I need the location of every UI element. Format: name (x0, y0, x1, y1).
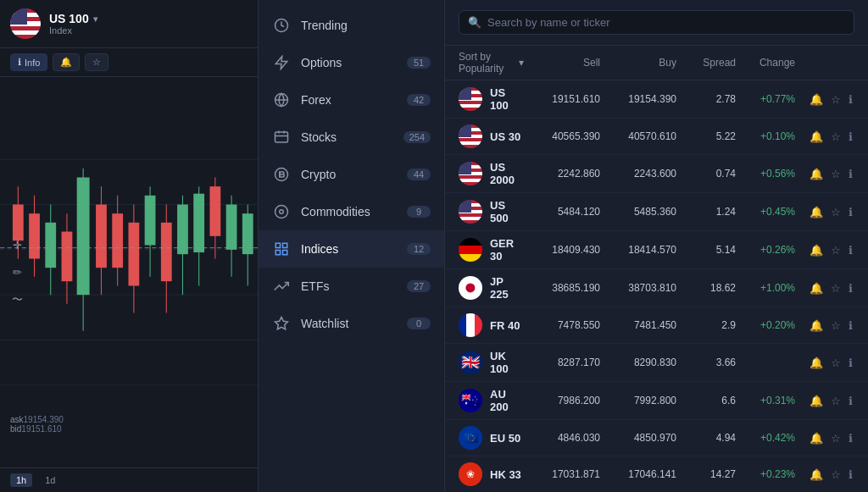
favorite-icon[interactable]: ☆ (829, 242, 843, 258)
asset-name[interactable]: US 100 ▾ (49, 12, 248, 25)
chevron-down-icon[interactable]: ▾ (93, 14, 97, 24)
menu-item-forex[interactable]: Forex 42 (259, 81, 444, 119)
draw-tool[interactable]: ✏ (7, 263, 27, 283)
menu-item-options[interactable]: Options 51 (259, 44, 444, 81)
instrument-actions: 🔔 ☆ ℹ (795, 242, 854, 258)
timeframe-1h[interactable]: 1h (10, 473, 32, 487)
favorite-icon[interactable]: ☆ (829, 91, 843, 108)
instrument-row[interactable]: US 30 40565.390 40570.610 5.22 +0.10% 🔔 … (445, 119, 868, 155)
alert-icon[interactable]: 🔔 (808, 129, 825, 145)
instrument-sell: 40565.390 (524, 130, 600, 142)
instrument-actions: 🔔 ☆ ℹ (795, 355, 854, 371)
info-icon: ℹ (18, 57, 21, 68)
info-icon[interactable]: ℹ (847, 318, 854, 334)
menu-badge-crypto: 44 (407, 169, 431, 180)
favorite-icon[interactable]: ☆ (829, 430, 843, 446)
alert-icon[interactable]: 🔔 (808, 393, 825, 409)
search-input-wrapper: 🔍 (459, 10, 854, 35)
info-icon[interactable]: ℹ (847, 393, 854, 409)
wave-tool[interactable]: 〜 (7, 290, 27, 310)
instrument-buy: 2243.600 (600, 168, 676, 180)
instrument-sell: 38685.190 (524, 282, 600, 294)
favorite-icon[interactable]: ☆ (829, 355, 843, 371)
alert-icon[interactable]: 🔔 (808, 430, 825, 446)
favorite-icon[interactable]: ☆ (829, 204, 843, 220)
info-icon[interactable]: ℹ (847, 467, 854, 483)
instrument-row[interactable]: 🇦🇺 AU 200 7986.200 7992.800 6.6 +0.31% 🔔… (445, 382, 868, 420)
search-input[interactable] (487, 16, 845, 29)
instrument-spread: 6.6 (676, 395, 736, 406)
alert-button[interactable]: 🔔 (53, 53, 80, 71)
instrument-row[interactable]: 🇬🇧 UK 100 8287.170 8290.830 3.66 🔔 ☆ ℹ (445, 344, 868, 382)
svg-rect-49 (275, 243, 280, 247)
info-icon[interactable]: ℹ (847, 204, 854, 220)
menu-item-etfs[interactable]: ETFs 27 (259, 268, 444, 305)
instrument-name: US 500 (490, 199, 524, 224)
alert-icon[interactable]: 🔔 (808, 204, 825, 220)
menu-item-stocks[interactable]: Stocks 254 (259, 119, 444, 156)
timeframe-1d[interactable]: 1d (39, 473, 61, 487)
instrument-row[interactable]: US 2000 2242.860 2243.600 0.74 +0.56% 🔔 … (445, 155, 868, 193)
info-icon[interactable]: ℹ (847, 430, 854, 446)
favorite-icon[interactable]: ☆ (829, 467, 843, 483)
instrument-row[interactable]: US 500 5484.120 5485.360 1.24 +0.45% 🔔 ☆… (445, 193, 868, 231)
favorite-icon[interactable]: ☆ (829, 280, 843, 296)
info-button[interactable]: ℹ Info (10, 53, 47, 71)
instrument-row[interactable]: JP 225 38685.190 38703.810 18.62 +1.00% … (445, 269, 868, 307)
instrument-buy: 8290.830 (600, 357, 676, 368)
cursor-tool[interactable]: ✛ (7, 235, 27, 256)
info-icon[interactable]: ℹ (847, 242, 854, 258)
favorite-icon[interactable]: ☆ (829, 166, 843, 182)
favorite-button[interactable]: ☆ (85, 53, 108, 71)
favorite-icon[interactable]: ☆ (829, 129, 843, 145)
instrument-row[interactable]: ❀ HK 33 17031.871 17046.141 14.27 +0.23%… (445, 456, 868, 492)
chart-header: US 100 ▾ Index (0, 0, 258, 48)
info-icon[interactable]: ℹ (847, 91, 854, 108)
instrument-spread: 5.22 (676, 130, 736, 142)
instrument-name-cell: 🇬🇧 UK 100 (459, 350, 524, 375)
menu-item-commodities[interactable]: Commodities 9 (259, 193, 444, 230)
instrument-sell: 7478.550 (524, 319, 600, 331)
instrument-name-cell: GER 30 (459, 237, 524, 263)
instrument-row[interactable]: FR 40 7478.550 7481.450 2.9 +0.20% 🔔 ☆ ℹ (445, 307, 868, 344)
candlestick-chart (0, 77, 258, 467)
instrument-row[interactable]: US 100 19151.610 19154.390 2.78 +0.77% 🔔… (445, 80, 868, 119)
instrument-change: +0.45% (736, 206, 795, 218)
chart-title-area: US 100 ▾ Index (49, 12, 248, 36)
instrument-row[interactable]: 🇪🇺 EU 50 4846.030 4850.970 4.94 +0.42% 🔔… (445, 420, 868, 456)
instrument-name: US 2000 (490, 161, 524, 186)
alert-icon[interactable]: 🔔 (808, 467, 825, 483)
instrument-spread: 5.14 (676, 244, 736, 256)
alert-icon[interactable]: 🔔 (808, 91, 825, 108)
instrument-actions: 🔔 ☆ ℹ (795, 467, 854, 483)
instrument-change: +0.10% (736, 130, 795, 142)
instrument-name: AU 200 (490, 388, 524, 413)
sort-by-popularity[interactable]: Sort by Popularity ▾ (459, 51, 524, 75)
instrument-row[interactable]: GER 30 18409.430 18414.570 5.14 +0.26% 🔔… (445, 231, 868, 269)
instrument-sell: 7986.200 (524, 395, 600, 406)
instrument-spread: 2.78 (676, 93, 736, 105)
alert-icon[interactable]: 🔔 (808, 242, 825, 258)
alert-icon[interactable]: 🔔 (808, 166, 825, 182)
svg-rect-27 (177, 205, 188, 255)
instrument-actions: 🔔 ☆ ℹ (795, 430, 854, 446)
info-icon[interactable]: ℹ (847, 355, 854, 371)
info-icon[interactable]: ℹ (847, 166, 854, 182)
info-icon[interactable]: ℹ (847, 280, 854, 296)
svg-rect-13 (62, 232, 73, 282)
favorite-icon[interactable]: ☆ (829, 393, 843, 409)
stocks-icon (272, 128, 291, 146)
info-icon[interactable]: ℹ (847, 129, 854, 145)
menu-item-trending[interactable]: Trending (259, 7, 444, 44)
alert-icon[interactable]: 🔔 (808, 355, 825, 371)
menu-label-etfs: ETFs (301, 279, 397, 293)
instrument-change: +0.42% (736, 432, 795, 444)
instrument-name: UK 100 (490, 350, 524, 375)
menu-badge-watchlist: 0 (407, 318, 431, 329)
favorite-icon[interactable]: ☆ (829, 318, 843, 334)
menu-item-crypto[interactable]: Crypto 44 (259, 156, 444, 193)
alert-icon[interactable]: 🔔 (808, 318, 825, 334)
alert-icon[interactable]: 🔔 (808, 280, 825, 296)
menu-item-indices[interactable]: Indices 12 (259, 230, 444, 268)
menu-item-watchlist[interactable]: Watchlist 0 (259, 305, 444, 342)
